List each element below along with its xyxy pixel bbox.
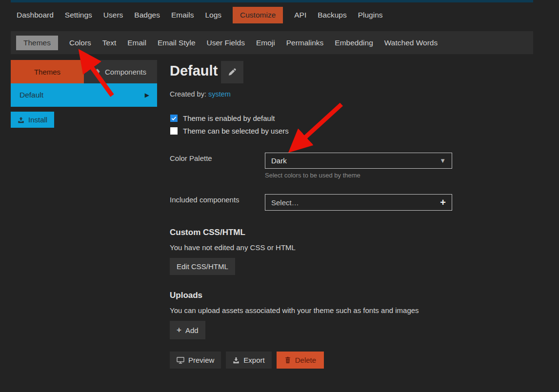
install-theme-button[interactable]: Install <box>11 112 54 128</box>
edit-css-html-label: Edit CSS/HTML <box>177 262 228 271</box>
custom-css-heading: Custom CSS/HTML <box>170 228 245 237</box>
checkbox-theme-selectable[interactable]: Theme can be selected by users <box>170 127 289 135</box>
export-label: Export <box>243 356 264 364</box>
color-palette-label: Color Palette <box>170 154 212 162</box>
plus-icon: + <box>440 197 446 208</box>
puzzle-piece-icon <box>95 68 101 75</box>
theme-actions: Preview Export Delete <box>170 352 324 369</box>
color-palette-select[interactable]: Dark ▼ <box>265 153 452 169</box>
tab-email-style[interactable]: Email Style <box>158 36 196 50</box>
upload-icon <box>18 117 24 123</box>
nav-customize[interactable]: Customize <box>233 7 283 23</box>
nav-backups[interactable]: Backups <box>318 7 346 23</box>
sidebar-tabs: Themes Components <box>11 60 157 83</box>
customize-sub-nav: Themes Colors Text Email Email Style Use… <box>11 31 533 54</box>
sidebar-tab-components[interactable]: Components <box>84 60 157 83</box>
included-components-select[interactable]: Select… + <box>265 194 452 211</box>
export-button[interactable]: Export <box>226 352 271 369</box>
preview-label: Preview <box>188 356 214 364</box>
created-by-user-link[interactable]: system <box>208 90 231 98</box>
color-palette-selected-value: Dark <box>271 157 287 165</box>
annotation-arrow-palette <box>292 104 341 149</box>
theme-list-item-default[interactable]: Default ▶ <box>11 83 157 107</box>
nav-settings[interactable]: Settings <box>65 7 92 23</box>
color-palette-help: Select colors to be used by theme <box>265 172 360 179</box>
sidebar-tab-components-label: Components <box>105 68 146 76</box>
checkbox-checked-icon[interactable] <box>170 115 178 122</box>
nav-plugins[interactable]: Plugins <box>358 7 383 23</box>
created-by-label: Created by: <box>170 90 206 98</box>
themes-sidebar: Themes Components Default ▶ Install <box>11 60 157 128</box>
tab-emoji[interactable]: Emoji <box>256 36 275 50</box>
tab-embedding[interactable]: Embedding <box>335 36 373 50</box>
trash-icon <box>284 356 291 364</box>
custom-css-body: You have not edited any CSS or HTML <box>170 243 296 252</box>
created-by-line: Created by: system <box>170 90 231 98</box>
sidebar-tab-themes[interactable]: Themes <box>11 60 84 83</box>
edit-theme-name-button[interactable] <box>221 61 243 83</box>
admin-top-nav: Dashboard Settings Users Badges Emails L… <box>11 2 549 28</box>
nav-logs[interactable]: Logs <box>205 7 221 23</box>
tab-email[interactable]: Email <box>127 36 146 50</box>
chevron-right-icon: ▶ <box>145 92 149 98</box>
included-components-label: Included components <box>170 196 240 204</box>
edit-css-html-button[interactable]: Edit CSS/HTML <box>170 258 235 275</box>
nav-badges[interactable]: Badges <box>134 7 160 23</box>
desktop-icon <box>177 357 184 364</box>
tab-colors[interactable]: Colors <box>69 36 91 50</box>
page-title: Default <box>170 63 218 79</box>
nav-dashboard[interactable]: Dashboard <box>17 7 54 23</box>
tab-permalinks[interactable]: Permalinks <box>286 36 324 50</box>
add-upload-button[interactable]: + Add <box>170 321 205 339</box>
preview-button[interactable]: Preview <box>170 352 221 369</box>
uploads-body: You can upload assets associated with yo… <box>170 306 419 314</box>
plus-icon: + <box>177 325 181 335</box>
nav-users[interactable]: Users <box>103 7 123 23</box>
delete-button[interactable]: Delete <box>277 352 324 369</box>
tab-text[interactable]: Text <box>102 36 116 50</box>
add-upload-label: Add <box>185 326 199 334</box>
tab-user-fields[interactable]: User Fields <box>207 36 245 50</box>
checkbox-unchecked-icon[interactable] <box>170 127 178 135</box>
uploads-heading: Uploads <box>170 291 202 300</box>
install-button-label: Install <box>28 116 47 124</box>
pencil-icon <box>227 67 237 77</box>
delete-label: Delete <box>295 356 316 364</box>
tab-themes[interactable]: Themes <box>16 36 58 50</box>
chevron-down-icon: ▼ <box>439 157 446 164</box>
checkbox-theme-enabled-label: Theme is enabled by default <box>183 114 275 122</box>
checkbox-theme-enabled[interactable]: Theme is enabled by default <box>170 114 275 122</box>
nav-emails[interactable]: Emails <box>171 7 194 23</box>
theme-name: Default <box>20 91 43 99</box>
nav-api[interactable]: API <box>294 7 306 23</box>
included-components-placeholder: Select… <box>271 198 299 207</box>
download-icon <box>233 357 240 364</box>
sidebar-tab-themes-label: Themes <box>34 68 60 76</box>
checkbox-theme-selectable-label: Theme can be selected by users <box>183 127 289 135</box>
tab-watched-words[interactable]: Watched Words <box>384 36 438 50</box>
